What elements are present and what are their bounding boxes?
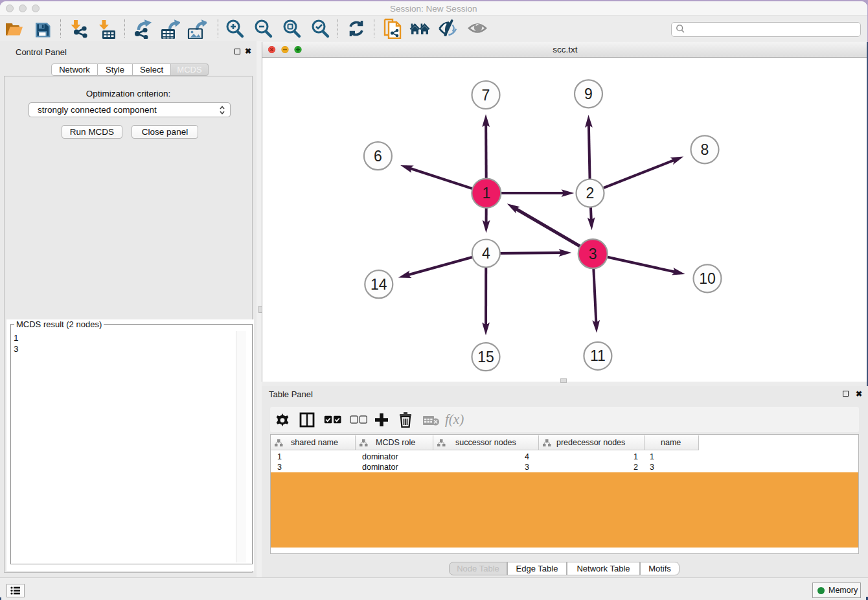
svg-text:14: 14 [371,276,387,293]
svg-text:4: 4 [482,245,490,262]
svg-text:7: 7 [482,87,490,104]
svg-text:10: 10 [699,270,716,287]
svg-text:1: 1 [482,185,490,202]
svg-text:8: 8 [701,141,709,158]
svg-text:11: 11 [590,347,606,364]
svg-text:3: 3 [589,246,597,262]
svg-text:9: 9 [584,86,593,102]
svg-text:15: 15 [477,349,494,365]
svg-text:6: 6 [374,148,382,165]
svg-text:2: 2 [586,185,595,202]
